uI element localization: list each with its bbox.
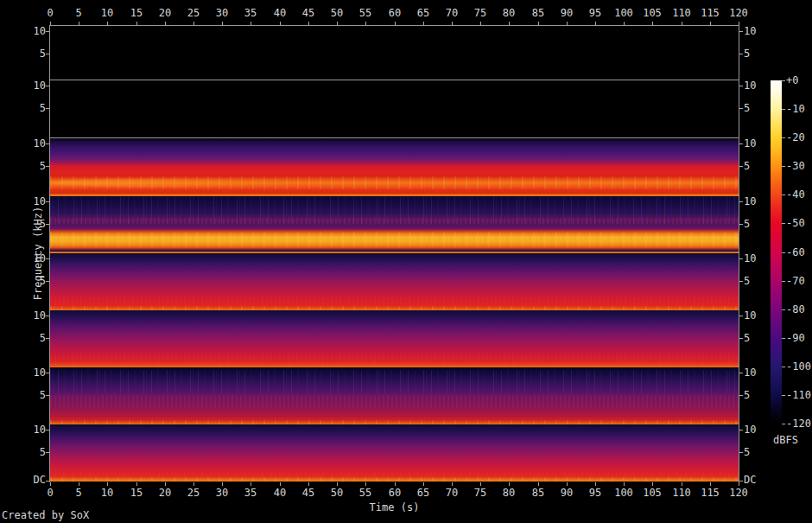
freq-tick-right	[739, 108, 743, 109]
channel-texture-overlay	[50, 354, 739, 365]
time-tick-bottom	[107, 482, 108, 486]
time-tick-top	[251, 22, 251, 25]
freq-tick-left	[46, 54, 49, 54]
time-tick-top	[395, 22, 396, 25]
time-tick-top	[452, 22, 453, 25]
time-tick-bottom	[50, 482, 51, 486]
freq-tick-label-right: 10	[744, 424, 773, 436]
freq-tick-label-right: 10	[744, 25, 773, 37]
freq-tick-label-right: 5	[744, 102, 773, 114]
freq-tick-left	[46, 144, 49, 144]
freq-tick-right	[739, 86, 743, 86]
colorbar-tick-label: -90	[786, 332, 812, 344]
channel-strip-2	[50, 80, 739, 138]
channel-strip-3	[50, 138, 739, 196]
colorbar-tick-label: -80	[786, 303, 812, 316]
time-tick-bottom	[308, 482, 309, 486]
time-tick-bottom	[509, 482, 510, 486]
freq-tick-label-left: 10	[16, 80, 46, 92]
freq-tick-label-left: 10	[16, 25, 46, 37]
time-tick-top	[365, 22, 366, 25]
freq-tick-label-left: 5	[16, 446, 46, 458]
colorbar-tick-label: +0	[786, 74, 812, 86]
freq-tick-label-right: 5	[744, 446, 773, 458]
time-tick-bottom	[710, 482, 711, 486]
channel-texture-overlay	[50, 477, 739, 482]
freq-tick-label-right: 10	[744, 137, 773, 150]
colorbar-tick	[782, 309, 785, 310]
time-tick-bottom	[136, 482, 137, 486]
freq-tick-left	[46, 86, 49, 86]
freq-tick-label-right: 10	[744, 309, 773, 322]
time-tick-bottom	[251, 482, 251, 486]
colorbar-tick-label: -50	[786, 217, 812, 229]
time-tick-top	[567, 22, 568, 25]
channel-texture-overlay	[50, 297, 739, 308]
time-tick-top	[739, 22, 739, 25]
time-tick-top	[222, 22, 223, 25]
colorbar-tick	[782, 338, 785, 339]
colorbar-tick	[782, 80, 785, 81]
freq-tick-right	[739, 201, 743, 202]
freq-tick-label-left: 10	[16, 309, 46, 322]
freq-tick-left	[46, 316, 49, 316]
freq-tick-label-right: 5	[744, 275, 773, 287]
freq-tick-label-left: 5	[16, 332, 46, 344]
channel-texture-overlay	[50, 395, 739, 408]
time-tick-top	[423, 22, 424, 25]
time-tick-top	[136, 22, 137, 25]
time-tick-top	[308, 22, 309, 25]
colorbar-tick	[782, 252, 785, 253]
freq-tick-label-right: 10	[744, 367, 773, 379]
freq-tick-right	[739, 373, 743, 373]
time-tick-top	[165, 22, 166, 25]
freq-tick-left	[46, 201, 49, 202]
colorbar-tick-label: -60	[786, 246, 812, 258]
freq-tick-left	[46, 258, 49, 259]
colorbar-tick	[782, 367, 785, 367]
freq-tick-left	[46, 108, 49, 109]
freq-tick-label-right: 5	[744, 48, 773, 60]
channel-texture-overlay	[50, 232, 739, 247]
freq-tick-right	[739, 31, 743, 32]
channel-strip-5	[50, 253, 739, 310]
channel-texture-overlay	[50, 370, 739, 392]
colorbar-title: dBFS	[773, 434, 798, 446]
freq-tick-label-right: 10	[744, 252, 773, 265]
colorbar-tick-label: -120	[786, 418, 812, 430]
time-tick-bottom	[165, 482, 166, 486]
channel-texture-overlay	[50, 218, 739, 225]
time-tick-top	[624, 22, 625, 25]
freq-tick-label-left: 5	[16, 48, 46, 60]
colorbar-tick	[782, 395, 785, 396]
freq-tick-right	[739, 452, 743, 453]
colorbar-tick	[782, 137, 785, 138]
colorbar-tick-label: -30	[786, 160, 812, 172]
freq-tick-right	[739, 258, 743, 259]
time-tick-bottom	[193, 482, 194, 486]
freq-tick-label-right: 5	[744, 389, 773, 401]
time-tick-bottom	[652, 482, 653, 486]
time-tick-label-bottom: 120	[721, 487, 756, 499]
freq-tick-label-right: 10	[744, 195, 773, 207]
time-tick-bottom	[452, 482, 453, 486]
colorbar-tick-label: -20	[786, 131, 812, 144]
freq-tick-right	[739, 338, 743, 339]
colorbar-tick-label: -100	[786, 360, 812, 373]
freq-tick-label-left: 10	[16, 195, 46, 207]
time-tick-top	[652, 22, 653, 25]
freq-tick-left	[46, 166, 49, 167]
freq-tick-label-right: 5	[744, 332, 773, 344]
time-tick-top	[682, 22, 682, 25]
freq-tick-label-left: 5	[16, 218, 46, 230]
freq-tick-label-right: 10	[744, 80, 773, 92]
channel-strip-4	[50, 196, 739, 253]
time-tick-top	[50, 22, 51, 25]
channel-strip-6	[50, 310, 739, 367]
colorbar-tick-label: -10	[786, 103, 812, 115]
time-tick-top	[193, 22, 194, 25]
channel-texture-overlay	[50, 176, 739, 189]
time-tick-top	[480, 22, 481, 25]
freq-tick-label-left: 10	[16, 137, 46, 150]
freq-tick-left	[46, 31, 49, 32]
